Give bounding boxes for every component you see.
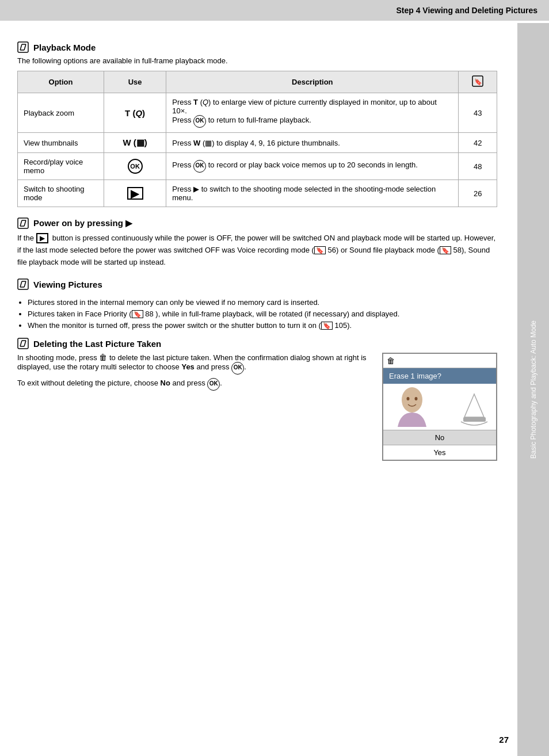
use-playback-zoom: T (Q) (104, 93, 166, 133)
svg-rect-25 (463, 417, 486, 422)
svg-line-11 (24, 220, 26, 226)
dialog-boat-icon (459, 388, 490, 429)
viewing-pictures-title: Viewing Pictures (33, 280, 102, 289)
option-view-thumbnails: View thumbnails (18, 133, 104, 153)
use-voice-memo: OK (104, 153, 166, 180)
header-title: Step 4 Viewing and Deleting Pictures (396, 6, 537, 15)
desc-voice-memo: Press OK to record or play back voice me… (166, 153, 459, 180)
list-item: When the monitor is turned off, press th… (28, 321, 497, 330)
erase-dialog: 🗑 Erase 1 image? (382, 353, 497, 461)
svg-rect-12 (18, 279, 28, 289)
table-header-use: Use (104, 71, 166, 93)
deleting-para2: To exit without deleting the picture, ch… (17, 378, 371, 391)
svg-line-13 (20, 281, 22, 287)
sidebar-label: Basic Photography and Playback: Auto Mod… (529, 315, 537, 464)
table-header-option: Option (18, 71, 104, 93)
svg-line-8 (20, 220, 22, 226)
svg-rect-17 (18, 338, 28, 349)
ref-playback-zoom: 43 (459, 93, 497, 133)
main-content: Playback Mode The following options are … (0, 21, 514, 471)
viewing-pictures-list: Pictures stored in the internal memory c… (28, 298, 497, 330)
use-switch-shooting: ▶ (104, 180, 166, 207)
dialog-trash-icon: 🗑 (387, 356, 395, 365)
svg-line-1 (20, 44, 22, 50)
dialog-image-area (383, 384, 496, 430)
page-header: Step 4 Viewing and Deleting Pictures (0, 0, 549, 21)
ref-icon: 🔖 (472, 75, 483, 87)
svg-point-22 (402, 387, 422, 413)
deleting-section: In shooting mode, press 🗑 to delete the … (17, 353, 497, 461)
pencil-icon (17, 41, 29, 53)
options-table: Option Use Description 🔖 Playback zoom T… (17, 71, 497, 207)
svg-rect-0 (18, 42, 28, 52)
deleting-title: Deleting the Last Picture Taken (33, 339, 161, 349)
pencil-icon-4 (17, 338, 29, 349)
page-number: 27 (499, 735, 509, 744)
deleting-text: In shooting mode, press 🗑 to delete the … (17, 353, 371, 391)
playback-mode-title: Playback Mode (33, 43, 96, 52)
power-on-title: Power on by pressing ▶ (33, 218, 132, 228)
option-switch-shooting: Switch to shooting mode (18, 180, 104, 207)
table-row: Playback zoom T (Q) Press T (Q) to enlar… (18, 93, 497, 133)
list-item: Pictures taken in Face Priority (🔖 88 ),… (28, 310, 497, 318)
svg-point-24 (415, 397, 418, 400)
dialog-title-bar: 🗑 (383, 354, 496, 368)
ref-voice-memo: 48 (459, 153, 497, 180)
svg-line-21 (24, 341, 26, 346)
svg-rect-7 (18, 218, 28, 228)
dialog-photo (389, 384, 435, 430)
svg-line-18 (20, 341, 22, 346)
table-header-ref: 🔖 (459, 71, 497, 93)
option-playback-zoom: Playback zoom (18, 93, 104, 133)
power-on-text: If the ▶ button is pressed continuously … (17, 232, 497, 268)
svg-line-16 (24, 281, 26, 287)
list-item: Pictures stored in the internal memory c… (28, 298, 497, 307)
desc-playback-zoom: Press T (Q) to enlarge view of picture c… (166, 93, 459, 133)
pencil-icon-3 (17, 278, 29, 290)
table-row: View thumbnails W (▦) Press W (▦) to dis… (18, 133, 497, 153)
playback-mode-heading: Playback Mode (17, 41, 497, 53)
table-header-description: Description (166, 71, 459, 93)
dialog-no-option: No (383, 430, 496, 445)
table-row: Switch to shooting mode ▶ Press ▶ to swi… (18, 180, 497, 207)
svg-line-4 (24, 44, 26, 50)
svg-point-23 (407, 397, 410, 400)
sidebar: Basic Photography and Playback: Auto Mod… (517, 23, 549, 756)
pencil-icon-2 (17, 217, 29, 229)
deleting-para1: In shooting mode, press 🗑 to delete the … (17, 353, 371, 375)
deleting-heading: Deleting the Last Picture Taken (17, 338, 497, 349)
desc-view-thumbnails: Press W (▦) to display 4, 9, 16 picture … (166, 133, 459, 153)
svg-text:🔖: 🔖 (474, 78, 482, 86)
ref-switch-shooting: 26 (459, 180, 497, 207)
table-row: Record/play voice memo OK Press OK to re… (18, 153, 497, 180)
power-on-heading: Power on by pressing ▶ (17, 217, 497, 229)
dialog-yes-option: Yes (383, 445, 496, 460)
playback-mode-subtitle: The following options are available in f… (17, 56, 497, 65)
ref-view-thumbnails: 42 (459, 133, 497, 153)
dialog-image: 🗑 Erase 1 image? (382, 353, 497, 461)
desc-switch-shooting: Press ▶ to switch to the shooting mode s… (166, 180, 459, 207)
dialog-question: Erase 1 image? (383, 368, 496, 384)
viewing-pictures-heading: Viewing Pictures (17, 278, 497, 290)
use-view-thumbnails: W (▦) (104, 133, 166, 153)
option-voice-memo: Record/play voice memo (18, 153, 104, 180)
